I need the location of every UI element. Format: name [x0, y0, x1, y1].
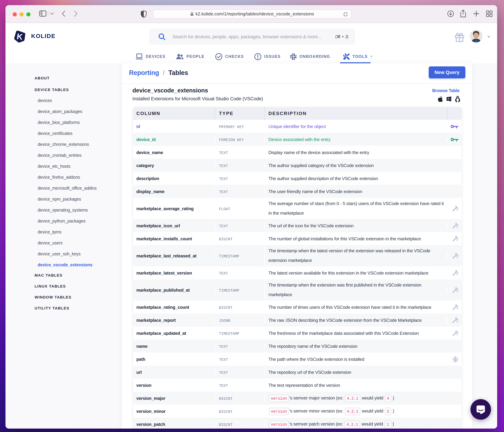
- svg-text:K: K: [16, 32, 23, 41]
